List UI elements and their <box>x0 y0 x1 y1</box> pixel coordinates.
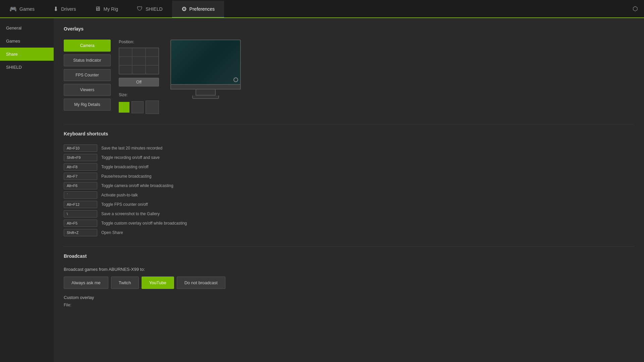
broadcast-buttons: Always ask me Twitch YouTube Do not broa… <box>64 277 634 289</box>
shortcut-row-8: Alt+F5 Toggle custom overlay on/off whil… <box>64 220 634 227</box>
shortcut-row-5: ` Activate push-to-talk <box>64 191 634 199</box>
size-label: Size: <box>119 93 159 97</box>
custom-overlay-title: Custom overlay <box>64 295 634 300</box>
overlays-content: Camera Status Indicator FPS Counter View… <box>64 40 634 114</box>
shortcut-key-3[interactable]: Alt+F7 <box>64 173 97 180</box>
shortcut-desc-4: Toggle camera on/off while broadcasting <box>101 183 173 188</box>
shortcut-key-4[interactable]: Alt+F6 <box>64 182 97 189</box>
sidebar-item-games[interactable]: Games <box>0 35 54 48</box>
shortcut-desc-6: Toggle FPS counter on/off <box>101 202 148 207</box>
sidebar-item-general[interactable]: General <box>0 21 54 35</box>
share-button[interactable]: ⬡ <box>627 0 644 17</box>
shortcuts-grid: Alt+F10 Save the last 20 minutes recorde… <box>64 144 634 236</box>
shortcut-row-2: Alt+F8 Toggle broadcasting on/off <box>64 163 634 171</box>
shortcut-row-3: Alt+F7 Pause/resume broadcasting <box>64 173 634 180</box>
broadcast-btn-youtube[interactable]: YouTube <box>142 277 174 289</box>
tab-games-label: Games <box>19 6 35 12</box>
shortcut-desc-5: Activate push-to-talk <box>101 193 138 197</box>
size-small[interactable] <box>119 102 129 113</box>
broadcast-section: Broadcast Broadcast games from ABURNES-X… <box>64 253 634 307</box>
position-cell-bc[interactable] <box>132 65 145 74</box>
shortcut-row-0: Alt+F10 Save the last 20 minutes recorde… <box>64 144 634 152</box>
top-navigation: 🎮 Games ⬇ Drivers 🖥 My Rig 🛡 SHIELD ⚙ Pr… <box>0 0 644 18</box>
position-off-button[interactable]: Off <box>119 78 159 86</box>
shortcut-desc-8: Toggle custom overlay on/off while broad… <box>101 221 187 226</box>
shortcut-key-1[interactable]: Shift+F9 <box>64 154 97 161</box>
size-medium[interactable] <box>131 101 144 113</box>
position-cell-tl[interactable] <box>119 48 132 57</box>
position-cell-bl[interactable] <box>119 65 132 74</box>
myrig-icon: 🖥 <box>95 5 101 12</box>
position-cell-br[interactable] <box>146 65 159 74</box>
shortcut-row-1: Shift+F9 Toggle recording on/off and sav… <box>64 154 634 161</box>
shortcut-key-9[interactable]: Shift+Z <box>64 229 97 236</box>
keyboard-shortcuts-section: Keyboard shortcuts Alt+F10 Save the last… <box>64 131 634 236</box>
tab-preferences[interactable]: ⚙ Preferences <box>172 1 224 18</box>
overlay-btn-fps[interactable]: FPS Counter <box>64 69 111 81</box>
shortcut-desc-2: Toggle broadcasting on/off <box>101 165 149 169</box>
shortcut-row-6: Alt+F12 Toggle FPS counter on/off <box>64 201 634 208</box>
shortcut-key-7[interactable]: \ <box>64 210 97 218</box>
shortcut-key-5[interactable]: ` <box>64 191 97 199</box>
main-layout: General Games Share SHIELD Overlays Came… <box>0 18 644 362</box>
tab-drivers-label: Drivers <box>61 6 76 12</box>
position-cell-mc[interactable] <box>132 57 145 65</box>
games-icon: 🎮 <box>9 5 17 13</box>
overlays-section: Overlays Camera Status Indicator FPS Cou… <box>64 26 634 114</box>
divider-1 <box>64 124 634 124</box>
divider-2 <box>64 246 634 247</box>
overlay-btn-status[interactable]: Status Indicator <box>64 54 111 66</box>
tab-shield[interactable]: 🛡 SHIELD <box>127 1 172 18</box>
size-options <box>119 101 159 114</box>
tab-myrig-label: My Rig <box>103 6 118 12</box>
tab-games[interactable]: 🎮 Games <box>0 1 44 18</box>
monitor-base <box>170 85 241 89</box>
shortcut-key-0[interactable]: Alt+F10 <box>64 144 97 152</box>
monitor-preview <box>170 40 241 99</box>
position-cell-tc[interactable] <box>132 48 145 57</box>
shortcut-desc-3: Pause/resume broadcasting <box>101 174 151 179</box>
sidebar-item-shield[interactable]: SHIELD <box>0 61 54 74</box>
broadcast-btn-always[interactable]: Always ask me <box>64 277 108 289</box>
shortcut-row-4: Alt+F6 Toggle camera on/off while broadc… <box>64 182 634 189</box>
tab-drivers[interactable]: ⬇ Drivers <box>44 1 85 18</box>
overlay-btn-camera[interactable]: Camera <box>64 40 111 52</box>
overlay-btn-myrig[interactable]: My Rig Details <box>64 99 111 111</box>
position-cell-mr[interactable] <box>146 57 159 65</box>
broadcast-title: Broadcast <box>64 253 634 261</box>
shortcut-desc-1: Toggle recording on/off and save <box>101 155 160 160</box>
shortcut-key-8[interactable]: Alt+F5 <box>64 220 97 227</box>
tab-shield-label: SHIELD <box>146 6 163 12</box>
position-label: Position: <box>119 40 159 44</box>
overlays-title: Overlays <box>64 26 634 34</box>
custom-overlay-section: Custom overlay File: <box>64 295 634 307</box>
overlay-buttons: Camera Status Indicator FPS Counter View… <box>64 40 111 111</box>
position-grid[interactable] <box>119 48 159 74</box>
overlay-btn-viewers[interactable]: Viewers <box>64 84 111 96</box>
monitor-stand <box>196 89 216 96</box>
drivers-icon: ⬇ <box>53 5 58 13</box>
tab-preferences-label: Preferences <box>190 6 215 12</box>
sidebar: General Games Share SHIELD <box>0 18 54 362</box>
monitor-foot <box>192 96 219 99</box>
position-cell-ml[interactable] <box>119 57 132 65</box>
shield-icon: 🛡 <box>137 5 143 12</box>
keyboard-shortcuts-title: Keyboard shortcuts <box>64 131 634 138</box>
shortcut-key-2[interactable]: Alt+F8 <box>64 163 97 171</box>
position-cell-tr[interactable] <box>146 48 159 57</box>
shortcut-desc-7: Save a screenshot to the Gallery <box>101 212 160 216</box>
broadcast-btn-twitch[interactable]: Twitch <box>111 277 139 289</box>
sidebar-item-share[interactable]: Share <box>0 48 54 61</box>
overlay-position: Position: Off Size: <box>119 40 159 114</box>
shortcut-row-7: \ Save a screenshot to the Gallery <box>64 210 634 218</box>
shortcut-desc-0: Save the last 20 minutes recorded <box>101 146 162 150</box>
shortcut-desc-9: Open Share <box>101 230 123 235</box>
shortcut-key-6[interactable]: Alt+F12 <box>64 201 97 208</box>
tab-myrig[interactable]: 🖥 My Rig <box>85 1 127 18</box>
share-icon: ⬡ <box>633 5 638 12</box>
broadcast-btn-nobroadcast[interactable]: Do not broadcast <box>177 277 225 289</box>
content-area: Overlays Camera Status Indicator FPS Cou… <box>54 18 644 362</box>
size-large[interactable] <box>146 101 159 114</box>
file-label: File: <box>64 303 71 307</box>
broadcast-desc: Broadcast games from ABURNES-X99 to: <box>64 267 634 272</box>
